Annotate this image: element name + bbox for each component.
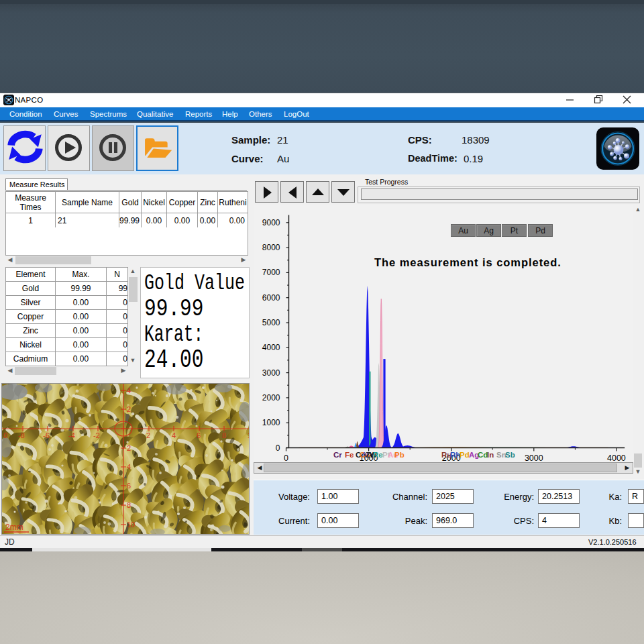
svg-text:2mm: 2mm — [5, 523, 23, 532]
svg-text:8000: 8000 — [262, 243, 280, 252]
svg-text:8: 8 — [127, 501, 131, 509]
svg-text:-8: -8 — [18, 431, 25, 439]
svg-text:1: 1 — [248, 431, 249, 439]
svg-text:6: 6 — [197, 431, 201, 439]
svg-text:4000: 4000 — [607, 453, 626, 463]
svg-text:5000: 5000 — [262, 318, 280, 327]
svg-text:In: In — [487, 451, 494, 459]
svg-text:1000: 1000 — [262, 418, 280, 427]
svg-text:Cr: Cr — [333, 451, 342, 459]
svg-text:2: 2 — [127, 405, 131, 413]
svg-text:-6: -6 — [43, 431, 50, 439]
svg-text:-4: -4 — [68, 431, 75, 439]
svg-text:8: 8 — [222, 431, 226, 439]
svg-text:Pb: Pb — [394, 451, 405, 459]
svg-text:Fe: Fe — [345, 451, 354, 459]
svg-text:4: 4 — [172, 431, 176, 439]
svg-text:Pd: Pd — [460, 451, 470, 459]
svg-text:10: 10 — [127, 521, 135, 529]
svg-text:6000: 6000 — [262, 293, 280, 303]
svg-text:2: 2 — [146, 431, 150, 439]
svg-text:4000: 4000 — [262, 343, 280, 352]
svg-text:Re: Re — [373, 451, 383, 459]
svg-text:3000: 3000 — [262, 368, 280, 378]
svg-text:7000: 7000 — [262, 268, 280, 277]
svg-text:2: 2 — [127, 444, 131, 452]
svg-text:4: 4 — [127, 386, 131, 394]
svg-text:Sb: Sb — [505, 451, 515, 459]
svg-text:0: 0 — [284, 453, 288, 463]
svg-text:2000: 2000 — [262, 393, 280, 402]
svg-text:9000: 9000 — [262, 218, 280, 227]
svg-text:3000: 3000 — [525, 453, 543, 463]
svg-text:-2: -2 — [93, 431, 100, 439]
svg-text:6: 6 — [127, 482, 131, 490]
svg-text:4: 4 — [127, 463, 131, 471]
svg-text:0: 0 — [276, 443, 280, 453]
svg-text:0: 0 — [3, 431, 7, 439]
